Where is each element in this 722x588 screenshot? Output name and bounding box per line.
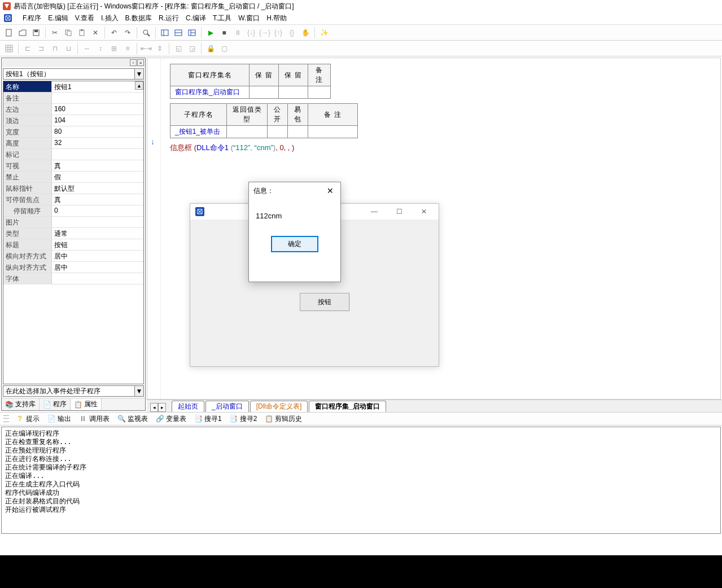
panel-close-icon[interactable]: ×: [137, 59, 144, 66]
property-row[interactable]: 左边160: [3, 104, 143, 115]
property-value[interactable]: 默认型: [52, 183, 143, 194]
tab-support-lib[interactable]: 📚 支持库: [2, 398, 40, 410]
close-icon[interactable]: ✕: [412, 205, 436, 218]
tb-hand-icon[interactable]: ✋: [299, 27, 312, 39]
scroll-up-icon[interactable]: ▲: [135, 81, 143, 90]
property-row[interactable]: 可停留焦点真: [3, 194, 143, 205]
dropdown-arrow-icon[interactable]: ▼: [134, 386, 143, 396]
property-row[interactable]: 标题按钮: [3, 239, 143, 251]
property-value[interactable]: 160: [52, 104, 143, 115]
property-value[interactable]: 按钮: [52, 239, 143, 250]
tab-next-icon[interactable]: ▸: [158, 403, 166, 412]
tab-program[interactable]: 📄 程序: [40, 398, 71, 410]
property-value[interactable]: [52, 93, 143, 103]
table-row[interactable]: _按钮1_被单击: [170, 126, 358, 138]
tb-paste-icon[interactable]: [76, 27, 88, 39]
maximize-icon[interactable]: ☐: [387, 205, 412, 218]
btab-calltable[interactable]: ⁞⁞调用表: [76, 413, 113, 425]
tab-property[interactable]: 📋 属性: [71, 398, 102, 410]
dialog-ok-button[interactable]: 确定: [271, 236, 318, 252]
output-panel[interactable]: 正在编译现行程序正在检查重复名称...正在预处理现行程序正在进行名称连接...正…: [1, 427, 721, 534]
menu-compile[interactable]: C.编译: [182, 12, 209, 24]
property-row[interactable]: 纵向对齐方式居中: [3, 262, 143, 273]
dialog-close-icon[interactable]: ✕: [325, 185, 336, 196]
minimize-icon[interactable]: —: [362, 205, 387, 218]
btab-tip[interactable]: ?提示: [12, 413, 43, 425]
object-selector[interactable]: 按钮1（按钮） ▼: [3, 68, 144, 80]
property-value[interactable]: 104: [52, 115, 143, 126]
menu-database[interactable]: B.数据库: [122, 12, 155, 24]
tb-stop-icon[interactable]: ■: [218, 27, 230, 39]
tab-prev-icon[interactable]: ◂: [150, 403, 158, 412]
property-value[interactable]: 居中: [52, 262, 143, 273]
tb-stepout-icon[interactable]: {↑}: [272, 27, 285, 39]
property-value[interactable]: [52, 273, 143, 284]
tb-grid-icon[interactable]: [3, 42, 15, 55]
property-value[interactable]: 假: [52, 172, 143, 182]
property-value[interactable]: 32: [52, 138, 143, 148]
dialog-titlebar[interactable]: 信息： ✕: [249, 182, 340, 199]
tb-save-icon[interactable]: [30, 27, 42, 39]
menu-edit[interactable]: E.编辑: [45, 12, 71, 24]
property-row[interactable]: 横向对齐方式居中: [3, 251, 143, 262]
tb-bring-front-icon[interactable]: ◱: [172, 42, 185, 55]
tab-start-window[interactable]: _启动窗口: [205, 401, 249, 412]
run-window-button[interactable]: 按钮: [300, 293, 349, 311]
tb-same-height-icon[interactable]: ↕: [94, 42, 107, 55]
tb-layout1-icon[interactable]: [159, 27, 171, 39]
tab-dll-table[interactable]: [Dll命令定义表]: [250, 401, 308, 412]
property-row[interactable]: 名称按钮1: [3, 81, 143, 93]
tab-progset[interactable]: 窗口程序集_启动窗口: [309, 401, 386, 412]
tb-align-top-icon[interactable]: ⊓: [49, 42, 61, 55]
btab-watch[interactable]: 🔍监视表: [114, 413, 151, 425]
tb-test-icon[interactable]: ▢: [218, 42, 230, 55]
fold-arrow-icon[interactable]: ↓: [151, 137, 155, 146]
tb-stepinto-icon[interactable]: {↓}: [245, 27, 257, 39]
property-value[interactable]: 通常: [52, 228, 143, 239]
event-selector[interactable]: 在此处选择加入事件处理子程序 ▼: [3, 385, 144, 397]
dropdown-arrow-icon[interactable]: ▼: [134, 69, 143, 79]
btab-search2[interactable]: 📑搜寻2: [226, 413, 261, 425]
tb-open-icon[interactable]: [16, 27, 29, 39]
menu-program[interactable]: F.程序: [19, 12, 45, 24]
tb-delete-icon[interactable]: ✕: [89, 27, 102, 39]
menu-insert[interactable]: I.插入: [98, 12, 122, 24]
tb-align-bottom-icon[interactable]: ⊔: [62, 42, 75, 55]
tb-space-v-icon[interactable]: ⇕: [154, 42, 166, 55]
property-value[interactable]: [52, 149, 143, 160]
tb-same-size-icon[interactable]: ⊞: [108, 42, 120, 55]
tb-same-width-icon[interactable]: ↔: [81, 42, 93, 55]
btab-clip[interactable]: 📋剪辑历史: [261, 413, 305, 425]
tb-align-left-icon[interactable]: ⊏: [21, 42, 34, 55]
property-row[interactable]: 鼠标指针默认型: [3, 183, 143, 194]
property-row[interactable]: 停留顺序0: [3, 205, 143, 217]
tb-copy-icon[interactable]: [62, 27, 75, 39]
tb-send-back-icon[interactable]: ◲: [186, 42, 198, 55]
tb-cut-icon[interactable]: ✂: [49, 27, 61, 39]
tb-layout3-icon[interactable]: [186, 27, 198, 39]
property-row[interactable]: 标记: [3, 149, 143, 160]
property-value[interactable]: 居中: [52, 251, 143, 261]
menu-run[interactable]: R.运行: [155, 12, 182, 24]
property-row[interactable]: 字体: [3, 273, 143, 284]
property-value[interactable]: 按钮1: [52, 81, 143, 92]
property-value[interactable]: 真: [52, 194, 143, 205]
tb-pause-icon[interactable]: ⏸: [231, 27, 244, 39]
tb-runto-icon[interactable]: {}: [286, 27, 298, 39]
tb-align-right-icon[interactable]: ⊐: [35, 42, 47, 55]
property-row[interactable]: 可视真: [3, 160, 143, 172]
property-value[interactable]: 真: [52, 160, 143, 171]
tb-wizard-icon[interactable]: ✨: [318, 27, 330, 39]
btab-output[interactable]: 📄输出: [44, 413, 75, 425]
tb-undo-icon[interactable]: ↶: [108, 27, 120, 39]
tb-lock-icon[interactable]: 🔒: [204, 42, 217, 55]
property-grid[interactable]: ▲ 名称按钮1备注左边160顶边104宽度80高度32标记可视真禁止假鼠标指针默…: [3, 81, 144, 384]
property-row[interactable]: 备注: [3, 93, 143, 104]
menu-view[interactable]: V.查看: [72, 12, 98, 24]
panel-minimize-icon[interactable]: ▫: [130, 59, 137, 66]
btab-vartable[interactable]: 🔗变量表: [152, 413, 190, 425]
property-row[interactable]: 宽度80: [3, 126, 143, 138]
menu-tool[interactable]: T.工具: [209, 12, 235, 24]
tb-stepover-icon[interactable]: {→}: [259, 27, 271, 39]
tb-find-icon[interactable]: [140, 27, 152, 39]
